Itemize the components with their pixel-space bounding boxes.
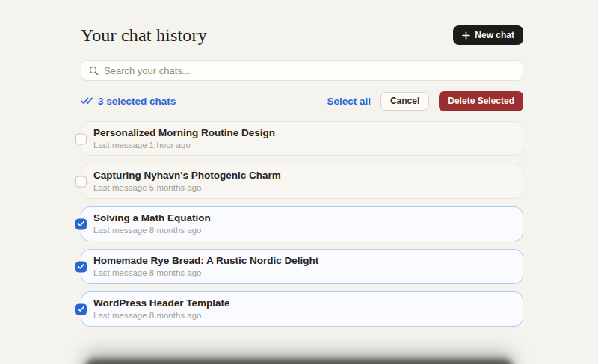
chat-title: Solving a Math Equation bbox=[93, 212, 523, 224]
chat-title: Personalized Morning Routine Design bbox=[93, 127, 523, 139]
selection-bar: 3 selected chats Select all Cancel Delet… bbox=[81, 91, 523, 111]
chat-last-message: Last message 5 months ago bbox=[93, 183, 523, 194]
double-check-icon bbox=[81, 96, 93, 105]
selection-actions: Select all Cancel Delete Selected bbox=[327, 91, 523, 111]
chat-title: Homemade Rye Bread: A Rustic Nordic Deli… bbox=[93, 255, 523, 267]
page-title: Your chat history bbox=[81, 25, 207, 46]
delete-selected-button[interactable]: Delete Selected bbox=[439, 91, 523, 111]
chat-title: WordPress Header Template bbox=[93, 297, 523, 309]
chat-title: Capturing Nyhavn's Photogenic Charm bbox=[93, 170, 523, 182]
search-input[interactable] bbox=[104, 65, 515, 76]
selected-count-label: 3 selected chats bbox=[98, 96, 176, 107]
chat-checkbox-unchecked[interactable] bbox=[75, 133, 87, 144]
chat-checkbox-checked[interactable] bbox=[75, 218, 87, 229]
chat-checkbox-unchecked[interactable] bbox=[75, 176, 87, 187]
new-chat-button[interactable]: New chat bbox=[453, 25, 523, 45]
search-icon bbox=[89, 66, 99, 75]
chat-checkbox-checked[interactable] bbox=[75, 303, 87, 315]
chat-list: Personalized Morning Routine Design Last… bbox=[81, 121, 523, 327]
search-bar bbox=[81, 60, 523, 81]
chat-checkbox-checked[interactable] bbox=[75, 261, 87, 272]
chat-list-item[interactable]: Homemade Rye Bread: A Rustic Nordic Deli… bbox=[81, 249, 523, 284]
new-chat-label: New chat bbox=[475, 30, 514, 40]
chat-list-item[interactable]: WordPress Header Template Last message 8… bbox=[81, 291, 523, 327]
selected-count: 3 selected chats bbox=[81, 96, 176, 107]
page-header: Your chat history New chat bbox=[81, 25, 523, 46]
check-icon bbox=[78, 179, 84, 185]
chat-history-page: Your chat history New chat 3 selected ch… bbox=[81, 0, 523, 327]
chat-list-item[interactable]: Solving a Math Equation Last message 8 m… bbox=[81, 206, 523, 241]
cancel-button[interactable]: Cancel bbox=[380, 92, 429, 111]
chat-last-message: Last message 8 months ago bbox=[93, 226, 523, 236]
bottom-floating-bar bbox=[84, 359, 514, 364]
select-all-link[interactable]: Select all bbox=[327, 96, 371, 107]
chat-list-item[interactable]: Capturing Nyhavn's Photogenic Charm Last… bbox=[81, 164, 523, 199]
check-icon bbox=[78, 136, 84, 142]
chat-last-message: Last message 8 months ago bbox=[93, 311, 523, 321]
chat-list-item[interactable]: Personalized Morning Routine Design Last… bbox=[81, 121, 523, 156]
check-icon bbox=[78, 221, 84, 227]
check-icon bbox=[78, 264, 84, 270]
plus-icon bbox=[462, 31, 470, 40]
check-icon bbox=[78, 306, 84, 312]
chat-last-message: Last message 8 months ago bbox=[93, 268, 523, 279]
chat-last-message: Last message 1 hour ago bbox=[93, 141, 523, 151]
